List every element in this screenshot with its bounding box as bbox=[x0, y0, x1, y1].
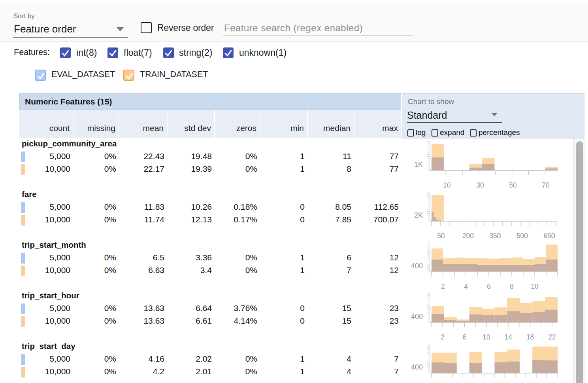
svg-text:18: 18 bbox=[526, 333, 534, 341]
svg-text:400: 400 bbox=[411, 363, 423, 371]
svg-text:50: 50 bbox=[437, 232, 445, 240]
svg-text:10: 10 bbox=[531, 283, 539, 290]
svg-text:50: 50 bbox=[509, 181, 517, 189]
svg-text:2K: 2K bbox=[414, 211, 423, 219]
svg-text:400: 400 bbox=[411, 262, 423, 270]
svg-text:10: 10 bbox=[482, 333, 490, 341]
svg-text:350: 350 bbox=[489, 232, 501, 240]
svg-text:1K: 1K bbox=[414, 161, 423, 169]
svg-text:14: 14 bbox=[504, 333, 512, 341]
svg-text:6: 6 bbox=[463, 333, 467, 341]
svg-text:30: 30 bbox=[476, 181, 484, 189]
svg-text:6: 6 bbox=[487, 283, 491, 290]
svg-text:650: 650 bbox=[543, 232, 555, 240]
svg-text:10: 10 bbox=[443, 181, 451, 189]
svg-text:22: 22 bbox=[548, 333, 556, 341]
svg-text:400: 400 bbox=[411, 313, 423, 320]
svg-text:70: 70 bbox=[542, 181, 550, 189]
svg-text:4: 4 bbox=[464, 283, 468, 290]
svg-text:200: 200 bbox=[462, 232, 474, 240]
svg-text:500: 500 bbox=[516, 232, 528, 240]
svg-text:2: 2 bbox=[441, 283, 445, 290]
svg-text:8: 8 bbox=[510, 283, 514, 290]
svg-text:2: 2 bbox=[441, 333, 445, 341]
